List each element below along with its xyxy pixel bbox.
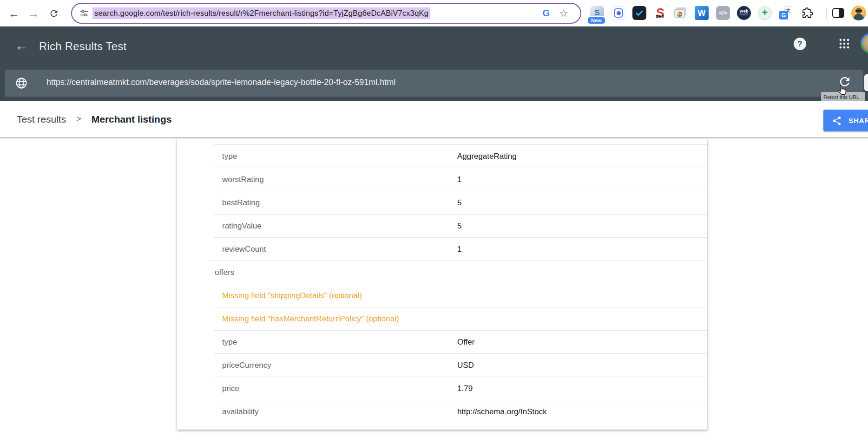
help-icon[interactable]: ? [794,38,806,50]
google-apps-grid-icon[interactable] [838,38,850,50]
extension-icon-code[interactable]: </> [716,6,730,20]
row-key: bestRating [177,198,260,208]
plus-glyph: + [758,6,772,20]
chevron-right-icon: > [76,114,81,124]
app-back-icon[interactable]: ← [13,38,30,54]
toolbar-separator [826,8,827,19]
share-label: SHARE [848,117,868,124]
warning-row: Missing field "shippingDetails" (optiona… [177,284,707,307]
address-bar[interactable]: search.google.com/test/rich-results/resu… [71,3,581,24]
results-table: typeAggregateRatingworstRating1bestRatin… [177,138,707,430]
table-row: reviewCount1 [177,238,707,261]
extension-icon-seoquake[interactable]: S SEO [653,6,668,20]
row-key: ratingValue [177,222,262,231]
browser-profile-avatar[interactable] [851,6,866,20]
row-key: type [177,152,237,161]
row-value: http://schema.org/InStock [457,407,547,417]
breadcrumb-bar: Test results > Merchant listings SHARE [0,101,868,138]
row-key: priceCurrency [177,361,271,370]
translate-g: G [779,11,788,20]
extension-icon-new[interactable]: S New [590,6,605,20]
browser-reload-icon[interactable] [46,6,61,21]
results-content: typeAggregateRatingworstRating1bestRatin… [0,138,868,437]
check-icon [635,9,644,17]
table-row: bestRating5 [177,191,707,214]
google-g-icon: G [542,8,550,19]
new-badge: New [587,16,606,25]
breadcrumb-merchant-listings: Merchant listings [92,114,172,125]
breadcrumb: Test results > Merchant listings [17,101,171,137]
row-key: reviewCount [177,245,266,254]
browser-toolbar: ← → search.google.com/test/rich-results/… [0,0,868,26]
table-row: typeOffer [177,331,707,353]
row-key: type [177,338,237,347]
table-row: ratingValue5 [177,215,707,237]
tested-url-bar: https://centralmeatmkt.com/beverages/sod… [5,70,863,97]
warning-text: Missing field "hasMerchantReturnPolicy" … [177,314,399,324]
browser-forward-icon[interactable]: → [26,6,41,21]
share-button[interactable]: SHARE [823,110,868,131]
table-row: offers [177,261,707,284]
word-w-glyph: W [695,6,709,20]
mouse-cursor [837,84,848,96]
chrome-logo-dot [677,12,682,17]
extensions-puzzle-icon[interactable] [800,6,815,20]
tested-url-text: https://centralmeatmkt.com/beverages/sod… [46,78,395,87]
row-value: 1.79 [457,384,473,393]
extension-icon-screenshots[interactable] [673,6,688,20]
warning-row: Missing field "hasMerchantReturnPolicy" … [177,307,707,330]
row-value: 1 [457,175,461,184]
row-value: 5 [457,222,461,231]
row-key: availability [177,407,258,417]
table-row: priceCurrencyUSD [177,354,707,377]
breadcrumb-test-results[interactable]: Test results [17,114,66,125]
extension-icon-plus[interactable]: + [757,6,772,20]
row-key: worstRating [177,175,264,184]
seo-label: SEO [656,14,664,19]
row-value: AggregateRating [457,152,517,161]
table-row: typeAggregateRating [177,145,707,168]
account-avatar[interactable] [861,33,868,53]
bookmark-star-icon[interactable]: ☆ [559,7,568,20]
clipped-icon [864,74,868,91]
extension-icon-translate[interactable]: 文 G [778,6,793,20]
extension-icon-recorder[interactable] [611,6,626,20]
browser-back-icon[interactable]: ← [7,6,21,21]
row-value: USD [457,361,474,370]
share-icon [832,116,842,126]
table-row: availabilityhttp://schema.org/InStock [177,400,707,423]
row-key: price [177,384,239,393]
site-settings-icon[interactable] [79,9,89,18]
chatgpt-label: ChatGPT [739,13,748,16]
table-row: price1.79 [177,377,707,400]
row-value: Offer [457,338,474,347]
app-header: ← Rich Results Test ? https://centralmea… [0,26,868,101]
row-value: 1 [457,245,461,254]
warning-text: Missing field "shippingDetails" (optiona… [177,291,362,300]
side-panel-icon[interactable] [831,6,846,20]
page-title: Rich Results Test [39,40,126,53]
omnibox-url-text[interactable]: search.google.com/test/rich-results/resu… [92,7,430,19]
web-label: Web [740,9,749,13]
row-key: offers [177,268,234,277]
globe-icon [15,77,28,90]
table-row: worstRating1 [177,168,707,191]
record-dot [617,11,621,15]
code-glyph: </> [716,6,730,20]
extension-icon-word[interactable]: W [694,6,709,20]
extension-icon-check[interactable] [632,6,647,20]
extension-icon-webchatgpt[interactable]: Web ChatGPT [736,6,751,20]
row-value: 5 [457,198,461,208]
